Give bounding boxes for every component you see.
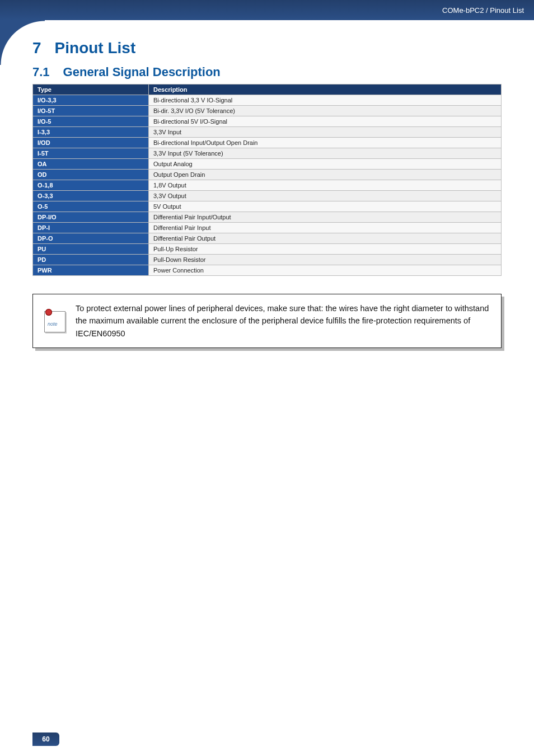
table-row: I/O-3,3Bi-directional 3,3 V IO-Signal (33, 95, 502, 106)
type-cell: DP-O (33, 233, 149, 244)
desc-cell: 3,3V Output (149, 191, 502, 201)
type-cell: I-3,3 (33, 127, 149, 138)
table-header-row: Type Description (33, 84, 502, 95)
type-cell: OD (33, 170, 149, 180)
type-cell: PWR (33, 265, 149, 276)
table-row: PWRPower Connection (33, 265, 502, 276)
table-row: O-55V Output (33, 201, 502, 212)
note-box: note To protect external power lines of … (32, 294, 502, 348)
type-cell: I-5T (33, 148, 149, 159)
chapter-heading: 7Pinout List (32, 39, 502, 57)
desc-cell: 1,8V Output (149, 180, 502, 191)
col-header-type: Type (33, 84, 149, 95)
type-cell: DP-I/O (33, 212, 149, 223)
type-cell: O-1,8 (33, 180, 149, 191)
table-row: OAOutput Analog (33, 159, 502, 170)
type-cell: I/OD (33, 138, 149, 148)
type-cell: PD (33, 255, 149, 265)
signal-description-table: Type Description I/O-3,3Bi-directional 3… (32, 84, 502, 276)
desc-cell: Differential Pair Input (149, 223, 502, 233)
section-title: General Signal Description (63, 65, 221, 79)
table-row: DP-IDifferential Pair Input (33, 223, 502, 233)
desc-cell: Bi-dir. 3,3V I/O (5V Tolerance) (149, 106, 502, 116)
note-pin-icon (45, 309, 52, 316)
chapter-number: 7 (32, 39, 41, 57)
type-cell: OA (33, 159, 149, 170)
type-cell: I/O-5 (33, 116, 149, 127)
header-bar: COMe-bPC2 / Pinout List (0, 0, 534, 20)
type-cell: DP-I (33, 223, 149, 233)
desc-cell: Output Open Drain (149, 170, 502, 180)
desc-cell: Output Analog (149, 159, 502, 170)
page-content: 7Pinout List 7.1General Signal Descripti… (0, 20, 534, 348)
page-number-badge: 60 (32, 732, 59, 746)
table-row: O-1,81,8V Output (33, 180, 502, 191)
table-row: DP-I/ODifferential Pair Input/Output (33, 212, 502, 223)
desc-cell: Bi-directional 5V I/O-Signal (149, 116, 502, 127)
type-cell: PU (33, 244, 149, 255)
table-row: I/ODBi-directional Input/Output Open Dra… (33, 138, 502, 148)
desc-cell: Differential Pair Output (149, 233, 502, 244)
section-number: 7.1 (32, 65, 50, 79)
note-icon: note (42, 309, 67, 334)
table-row: ODOutput Open Drain (33, 170, 502, 180)
page-number: 60 (42, 735, 49, 743)
section-heading: 7.1General Signal Description (32, 65, 502, 79)
table-row: I/O-5TBi-dir. 3,3V I/O (5V Tolerance) (33, 106, 502, 116)
desc-cell: Pull-Down Resistor (149, 255, 502, 265)
breadcrumb: COMe-bPC2 / Pinout List (442, 6, 524, 15)
note-text: To protect external power lines of perip… (76, 302, 492, 340)
note-icon-label: note (48, 321, 58, 327)
desc-cell: Bi-directional Input/Output Open Drain (149, 138, 502, 148)
table-row: DP-ODifferential Pair Output (33, 233, 502, 244)
type-cell: I/O-5T (33, 106, 149, 116)
desc-cell: 3,3V Input (149, 127, 502, 138)
type-cell: I/O-3,3 (33, 95, 149, 106)
type-cell: O-5 (33, 201, 149, 212)
desc-cell: Differential Pair Input/Output (149, 212, 502, 223)
desc-cell: Pull-Up Resistor (149, 244, 502, 255)
desc-cell: Power Connection (149, 265, 502, 276)
type-cell: O-3,3 (33, 191, 149, 201)
table-row: O-3,33,3V Output (33, 191, 502, 201)
desc-cell: Bi-directional 3,3 V IO-Signal (149, 95, 502, 106)
chapter-title: Pinout List (55, 39, 136, 57)
table-row: I/O-5Bi-directional 5V I/O-Signal (33, 116, 502, 127)
desc-cell: 5V Output (149, 201, 502, 212)
note-content: note To protect external power lines of … (32, 294, 502, 348)
table-row: PDPull-Down Resistor (33, 255, 502, 265)
table-row: I-5T3,3V Input (5V Tolerance) (33, 148, 502, 159)
desc-cell: 3,3V Input (5V Tolerance) (149, 148, 502, 159)
col-header-description: Description (149, 84, 502, 95)
table-row: I-3,33,3V Input (33, 127, 502, 138)
table-row: PUPull-Up Resistor (33, 244, 502, 255)
